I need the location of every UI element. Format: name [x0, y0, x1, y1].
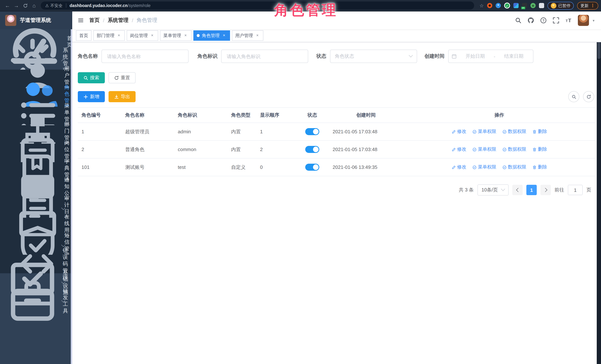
- edit-icon: [451, 129, 456, 134]
- chevron-down-icon: [409, 53, 413, 57]
- extension-icon[interactable]: [487, 3, 492, 8]
- chevron-right-icon: [543, 188, 547, 192]
- breadcrumb-current: 角色管理: [137, 17, 157, 24]
- close-icon[interactable]: [150, 33, 155, 38]
- page-size-select[interactable]: 10条/页: [478, 184, 509, 196]
- font-size-icon[interactable]: TT: [565, 17, 572, 24]
- next-page-button[interactable]: [541, 185, 551, 195]
- extension-icon[interactable]: [531, 3, 536, 8]
- extension-icon[interactable]: [513, 3, 519, 8]
- form-buttons: 搜索 重置: [78, 72, 596, 83]
- search-icon: [571, 94, 576, 99]
- tab-users[interactable]: 用户管理: [232, 30, 263, 41]
- browser-menu-icon[interactable]: ⋮: [591, 3, 595, 8]
- tab-menus[interactable]: 菜单管理: [160, 30, 191, 41]
- prev-page-button[interactable]: [512, 185, 523, 195]
- status-toggle[interactable]: [305, 146, 319, 153]
- trash-icon: [532, 129, 537, 134]
- date-range-picker[interactable]: 开始日期 - 结束日期: [448, 50, 533, 63]
- home-browser-icon[interactable]: ⌂: [30, 1, 39, 10]
- sidebar-scrollbar[interactable]: [71, 29, 72, 364]
- profile-paused-button[interactable]: 已暂停: [548, 2, 574, 10]
- add-button[interactable]: 新增: [78, 91, 105, 102]
- download-icon: [114, 94, 119, 99]
- close-icon[interactable]: [255, 33, 260, 38]
- delete-link[interactable]: 删除: [532, 146, 547, 153]
- extension-icon[interactable]: [522, 3, 527, 8]
- user-avatar[interactable]: [578, 15, 589, 26]
- bookmark-star-icon[interactable]: ☆: [480, 3, 484, 8]
- table-row: 101 测试账号 test 自定义 0 2021-01-06 13:49:35 …: [78, 158, 596, 176]
- avatar-caret-icon[interactable]: ▾: [593, 18, 594, 22]
- menu-permission-link[interactable]: 菜单权限: [472, 164, 496, 170]
- tags-view-bar: 首页 部门管理 岗位管理 菜单管理 角色管理 用户管理: [72, 29, 601, 42]
- goto-page-input[interactable]: [568, 185, 583, 195]
- breadcrumb-separator: /: [132, 17, 133, 23]
- trash-icon: [532, 165, 537, 169]
- trash-icon: [532, 147, 537, 152]
- table-toolbar: 新增 导出: [78, 91, 596, 102]
- edit-icon: [451, 147, 456, 152]
- tab-positions[interactable]: 岗位管理: [127, 30, 158, 41]
- start-date-input[interactable]: 开始日期: [459, 53, 491, 60]
- status-select[interactable]: 角色状态: [330, 50, 417, 63]
- role-key-input[interactable]: [221, 50, 308, 63]
- goto-label: 前往: [554, 187, 564, 193]
- permission-icon: [502, 147, 507, 152]
- reset-button[interactable]: 重置: [109, 72, 136, 83]
- delete-link[interactable]: 删除: [532, 128, 547, 135]
- plus-icon: [83, 94, 88, 99]
- close-icon[interactable]: [116, 33, 121, 38]
- end-date-input[interactable]: 结束日期: [498, 53, 530, 60]
- total-count: 共 3 条: [459, 187, 474, 193]
- url-path: /system/role: [128, 3, 150, 8]
- tab-departments[interactable]: 部门管理: [93, 30, 125, 41]
- svg-text:T: T: [568, 18, 571, 23]
- fullscreen-icon[interactable]: [553, 17, 559, 24]
- help-icon[interactable]: ?: [540, 17, 547, 24]
- edit-link[interactable]: 修改: [451, 164, 466, 170]
- browser-scrollbar[interactable]: [597, 11, 601, 364]
- search-button[interactable]: 搜索: [78, 72, 105, 83]
- breadcrumb-home[interactable]: 首页: [89, 17, 100, 24]
- delete-link[interactable]: 删除: [532, 164, 547, 170]
- search-icon[interactable]: [515, 17, 521, 24]
- toggle-search-button[interactable]: [568, 91, 579, 102]
- extensions-puzzle-icon[interactable]: [539, 3, 544, 8]
- browser-update-button[interactable]: 更新 ⋮: [577, 2, 598, 10]
- page-number-button[interactable]: 1: [526, 185, 537, 195]
- github-icon[interactable]: [528, 17, 534, 24]
- data-permission-link[interactable]: 数据权限: [502, 128, 526, 135]
- role-name-input[interactable]: [101, 50, 189, 63]
- back-icon[interactable]: ←: [3, 1, 12, 10]
- reload-icon[interactable]: [21, 1, 30, 10]
- extension-icon[interactable]: [496, 3, 501, 8]
- extension-icon[interactable]: ✓: [504, 3, 510, 9]
- sidebar-item-dev-tools[interactable]: 研发工具: [0, 292, 72, 310]
- status-toggle[interactable]: [305, 164, 319, 171]
- forward-icon[interactable]: →: [12, 1, 21, 10]
- tab-home[interactable]: 首页: [76, 30, 91, 41]
- edit-link[interactable]: 修改: [451, 128, 466, 135]
- url-host: dashboard.yudao.iocoder.cn: [70, 3, 128, 8]
- export-button[interactable]: 导出: [109, 91, 136, 102]
- data-permission-link[interactable]: 数据权限: [502, 164, 526, 170]
- address-bar[interactable]: ⚠ 不安全 dashboard.yudao.iocoder.cn /system…: [41, 1, 474, 10]
- annotation-overlay: 角色管理: [274, 1, 338, 20]
- range-separator: -: [494, 53, 495, 59]
- close-icon[interactable]: [183, 33, 188, 38]
- tab-roles[interactable]: 角色管理: [193, 30, 230, 41]
- chevron-left-icon: [516, 188, 520, 192]
- breadcrumb-system[interactable]: 系统管理: [108, 17, 129, 24]
- close-icon[interactable]: [221, 33, 227, 38]
- edit-icon: [451, 165, 456, 169]
- hamburger-icon[interactable]: [72, 17, 89, 23]
- menu-permission-link[interactable]: 菜单权限: [472, 128, 496, 135]
- menu-permission-link[interactable]: 菜单权限: [472, 146, 496, 153]
- refresh-button[interactable]: [583, 91, 594, 102]
- edit-link[interactable]: 修改: [451, 146, 466, 153]
- calendar-icon: [451, 54, 457, 59]
- status-toggle[interactable]: [305, 128, 319, 135]
- data-permission-link[interactable]: 数据权限: [502, 146, 526, 153]
- permission-icon: [472, 165, 477, 169]
